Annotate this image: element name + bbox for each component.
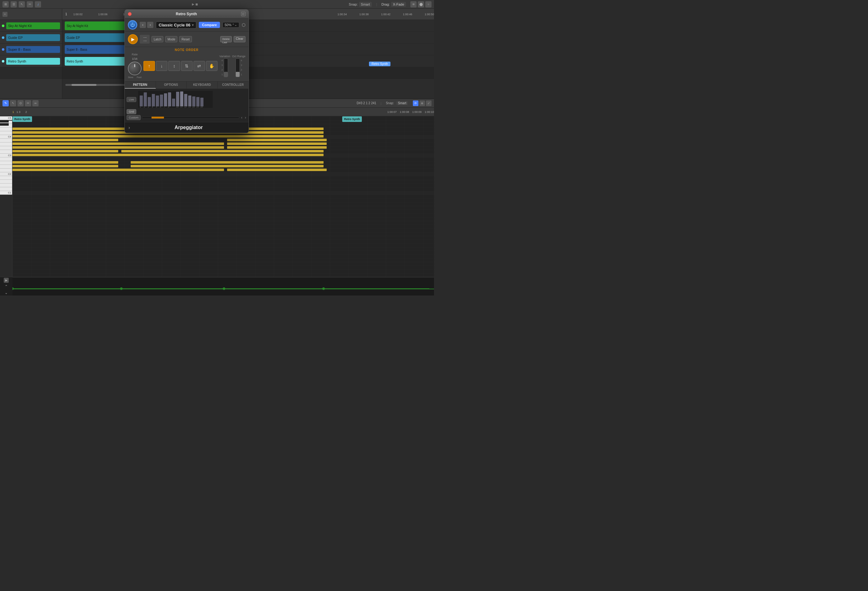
note-grid[interactable]: Retro Synth Retro Synth — [12, 116, 434, 277]
custom-button[interactable]: Custom — [127, 115, 141, 120]
key-b2[interactable] — [0, 158, 12, 161]
key-c1[interactable]: C1 — [0, 191, 12, 195]
key-g1[interactable] — [0, 184, 12, 187]
midi-note-r7[interactable] — [121, 150, 323, 152]
custom-next-btn[interactable]: › — [244, 115, 247, 120]
grid-icon[interactable]: ⊞ — [3, 1, 9, 7]
pr-zoom-icon[interactable]: ⊕ — [419, 100, 425, 106]
midi-note-r4[interactable] — [227, 139, 327, 141]
midi-note-r8[interactable] — [131, 154, 323, 156]
key-a1[interactable] — [0, 180, 12, 184]
midi-note-r3[interactable] — [131, 135, 323, 137]
compare-button[interactable]: Compare — [199, 22, 220, 28]
pr-region-left[interactable]: Retro Synth — [12, 116, 32, 122]
drag-value[interactable]: X-Fade — [391, 2, 406, 7]
midi-note-m4[interactable] — [131, 165, 323, 167]
cursor-icon[interactable]: ↖ — [19, 1, 25, 7]
preset-name-display[interactable]: Classic Cycle 06 ▾ — [156, 21, 196, 29]
track-item-super[interactable]: Super 8 - Bass — [0, 44, 62, 55]
preset-dropdown-icon[interactable]: ▾ — [192, 23, 193, 27]
note-btn-down[interactable]: ↓ — [156, 61, 167, 71]
vel-collapse[interactable]: ⌄ — [4, 290, 9, 295]
key-f1[interactable] — [0, 187, 12, 191]
track-item-retro[interactable]: Retro Synth — [0, 55, 62, 67]
pr-expand-icon[interactable]: ⤢ — [426, 100, 431, 106]
midi-icon[interactable]: ♩ — [35, 1, 41, 7]
midi-note-m6[interactable] — [227, 169, 327, 171]
vel-arrow-right[interactable]: ▶ — [4, 278, 9, 283]
pr-link-icon[interactable]: ∞ — [32, 100, 38, 106]
midi-note-6[interactable] — [12, 146, 224, 149]
key-a3[interactable] — [0, 143, 12, 146]
percent-display[interactable]: 50% ⌃⌄ — [223, 22, 239, 28]
tab-options[interactable]: OPTIONS — [156, 81, 187, 88]
in-icon[interactable]: ⬤ — [418, 1, 424, 7]
prev-preset-button[interactable]: ‹ — [140, 22, 146, 28]
note-btn-downup[interactable]: ⇅ — [181, 61, 193, 71]
key-f3[interactable] — [0, 150, 12, 154]
arp-expand-button[interactable]: › — [128, 125, 130, 130]
latch-button[interactable]: Latch — [152, 36, 163, 42]
waveform-icon[interactable]: ≋ — [410, 1, 416, 7]
scissors-icon[interactable]: ✂ — [27, 1, 33, 7]
midi-note-m5[interactable] — [12, 169, 224, 171]
reset-button[interactable]: Reset — [179, 36, 192, 42]
add-track-icon[interactable]: + — [3, 12, 7, 17]
out-icon[interactable]: ○ — [425, 1, 431, 7]
note-btn-random[interactable]: ⇄ — [193, 61, 205, 71]
pr-snap-value[interactable]: Smart — [396, 101, 408, 105]
mode-button[interactable]: Mode — [165, 36, 177, 42]
piano-roll-button[interactable]: Retro Synth — [369, 62, 390, 66]
arp-play-button[interactable]: ▶ — [128, 34, 138, 44]
key-f4[interactable] — [0, 131, 12, 135]
pr-region-right[interactable]: Retro Synth — [342, 116, 362, 122]
key-g3[interactable] — [0, 146, 12, 150]
track-item-guide[interactable]: Guide EP — [0, 32, 62, 44]
tab-pattern[interactable]: PATTERN — [125, 81, 156, 88]
live-button[interactable]: Live — [127, 97, 136, 102]
track-item-sky[interactable]: Sky At Night Kit — [0, 20, 62, 32]
tab-controller[interactable]: CONTROLLER — [218, 81, 249, 88]
midi-note-7[interactable] — [12, 150, 118, 152]
note-btn-hand[interactable]: ✋ — [206, 61, 217, 71]
key-g2[interactable] — [0, 165, 12, 169]
key-f2[interactable] — [0, 169, 12, 172]
midi-note-m1[interactable] — [12, 161, 118, 164]
vel-expand[interactable]: ⌃ — [4, 284, 9, 289]
note-btn-updown[interactable]: ↕ — [168, 61, 180, 71]
power-button[interactable]: ⏻ — [128, 20, 137, 29]
midi-note-m2[interactable] — [131, 161, 323, 164]
custom-bar[interactable] — [142, 116, 239, 119]
plugin-close-button[interactable] — [128, 12, 131, 16]
clear-button[interactable]: Clear — [234, 36, 245, 42]
midi-note-r6[interactable] — [227, 146, 327, 149]
next-preset-button[interactable]: › — [147, 22, 154, 28]
plugin-titlebar[interactable]: Retro Synth ⊡ — [125, 10, 249, 18]
key-b4-black[interactable] — [0, 120, 9, 122]
pr-drum-icon[interactable]: ⊙ — [18, 100, 24, 106]
pr-scissor-icon[interactable]: ✂ — [25, 100, 31, 106]
key-b1[interactable] — [0, 176, 12, 180]
custom-prev-btn[interactable]: ‹ — [241, 115, 243, 120]
key-g4[interactable] — [0, 128, 12, 131]
key-c5[interactable]: C5 — [0, 116, 12, 120]
midi-note-r5[interactable] — [227, 143, 327, 145]
tab-keyboard[interactable]: KEYBOARD — [187, 81, 218, 88]
key-b3[interactable] — [0, 139, 12, 143]
delete-last-button[interactable]: Delete Last — [220, 36, 232, 42]
scroll-thumb[interactable] — [72, 84, 96, 86]
key-c3[interactable]: C3 — [0, 154, 12, 158]
rate-knob[interactable] — [128, 62, 142, 75]
key-bb4-black[interactable] — [0, 123, 9, 126]
key-c4[interactable]: C4 — [0, 135, 12, 139]
pr-loop-icon[interactable]: ⟳ — [413, 100, 418, 106]
pr-pencil-icon[interactable]: ✎ — [3, 100, 9, 106]
key-a2[interactable] — [0, 161, 12, 165]
pr-cursor-icon[interactable]: ↖ — [10, 100, 16, 106]
list-icon[interactable]: ☰ — [10, 1, 17, 7]
plugin-expand-button[interactable]: ⊡ — [241, 12, 245, 16]
variation-slider[interactable] — [224, 59, 228, 77]
grid-button[interactable]: Grid — [127, 109, 136, 114]
midi-note-5[interactable] — [12, 143, 224, 145]
note-btn-up[interactable]: ↑ — [143, 61, 155, 71]
